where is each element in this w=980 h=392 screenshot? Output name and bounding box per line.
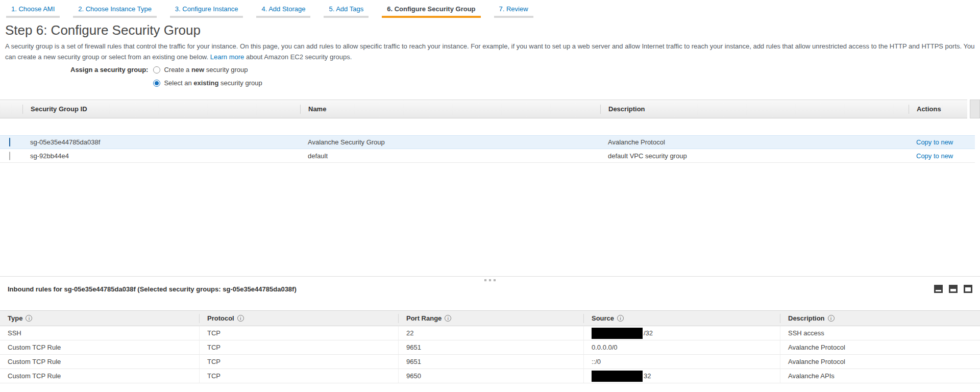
- description-suffix: about Amazon EC2 security groups.: [246, 53, 352, 61]
- rule-description: Avalanche Protocol: [780, 355, 980, 369]
- pane-layout-controls: [934, 285, 972, 293]
- drag-handle-icon[interactable]: [484, 279, 496, 281]
- info-icon[interactable]: [445, 315, 451, 322]
- column-header-source-label: Source: [592, 314, 614, 322]
- security-group-name: Avalanche Security Group: [300, 138, 600, 146]
- inbound-rules-table: Type Protocol Port Range Source Descript…: [0, 310, 980, 383]
- scrollbar-stub[interactable]: [970, 100, 980, 118]
- pane-layout-half-icon[interactable]: [949, 285, 958, 293]
- rule-type: SSH: [0, 326, 199, 340]
- rule-type: Custom TCP Rule: [0, 340, 199, 354]
- column-header-name: Name: [300, 105, 600, 114]
- pane-layout-large-icon[interactable]: [964, 285, 972, 293]
- rule-description: SSH access: [780, 326, 980, 340]
- rule-source-suffix: /32: [644, 329, 653, 337]
- inbound-rules-table-header: Type Protocol Port Range Source Descript…: [0, 310, 980, 326]
- page-description: A security group is a set of firewall ru…: [5, 41, 977, 62]
- checkbox-unchecked-icon[interactable]: [9, 152, 10, 160]
- radio-label-prefix: Select an: [164, 79, 191, 88]
- rule-source: ::/0: [583, 355, 780, 369]
- column-header-type: Type: [0, 314, 199, 323]
- rule-description: Avalanche Protocol: [780, 340, 980, 354]
- rule-source: /32: [583, 326, 780, 340]
- info-icon[interactable]: [237, 315, 244, 322]
- column-header-actions: Actions: [909, 105, 967, 114]
- assign-options: Create a new security group Select an ex…: [153, 65, 262, 92]
- security-group-row-default[interactable]: sg-92bb44e4 default default VPC security…: [0, 149, 975, 163]
- checkbox-column-header: [0, 105, 22, 114]
- pane-layout-small-icon[interactable]: [934, 285, 943, 293]
- info-icon[interactable]: [828, 315, 835, 322]
- learn-more-link[interactable]: Learn more: [210, 53, 244, 61]
- page-title: Step 6: Configure Security Group: [5, 22, 201, 38]
- rule-port-range: 9650: [398, 369, 583, 383]
- radio-create-new-group[interactable]: Create a new security group: [153, 65, 262, 75]
- tab-choose-instance-type[interactable]: 2. Choose Instance Type: [73, 4, 157, 18]
- radio-label-bold: existing: [193, 79, 218, 88]
- column-header-description: Description: [600, 105, 909, 114]
- column-header-description: Description: [780, 314, 980, 323]
- redacted-ip-block: [592, 371, 643, 382]
- column-header-source: Source: [583, 314, 780, 323]
- copy-to-new-link[interactable]: Copy to new: [916, 152, 953, 160]
- rule-source: 32: [583, 369, 780, 383]
- column-header-port-range-label: Port Range: [406, 314, 442, 322]
- assign-security-group-section: Assign a security group: Create a new se…: [70, 65, 262, 92]
- tab-configure-security-group[interactable]: 6. Configure Security Group: [382, 4, 480, 18]
- security-group-id: sg-05e35e44785da038f: [22, 138, 300, 146]
- radio-select-existing-group[interactable]: Select an existing security group: [153, 79, 262, 88]
- inbound-rule-row: Custom TCP Rule TCP 9651 ::/0 Avalanche …: [0, 355, 980, 369]
- radio-label-bold: new: [191, 65, 204, 75]
- column-header-security-group-id: Security Group ID: [22, 105, 300, 114]
- tab-add-tags[interactable]: 5. Add Tags: [324, 4, 369, 18]
- tab-choose-ami[interactable]: 1. Choose AMI: [6, 4, 60, 18]
- column-header-port-range: Port Range: [398, 314, 583, 323]
- rule-type: Custom TCP Rule: [0, 369, 199, 383]
- security-group-description: default VPC security group: [600, 152, 909, 160]
- radio-selected-icon[interactable]: [153, 80, 160, 87]
- rule-source-suffix: 32: [644, 372, 651, 380]
- security-group-id: sg-92bb44e4: [22, 152, 300, 160]
- column-header-description-label: Description: [788, 314, 825, 322]
- radio-label-suffix: security group: [206, 65, 248, 75]
- rule-protocol: TCP: [199, 355, 398, 369]
- inbound-rule-row: Custom TCP Rule TCP 9650 32 Avalanche AP…: [0, 369, 980, 383]
- description-text: A security group is a set of firewall ru…: [5, 42, 974, 61]
- tab-configure-instance[interactable]: 3. Configure Instance: [170, 4, 243, 18]
- security-group-description: Avalanche Protocol: [600, 138, 909, 146]
- inbound-rule-row: SSH TCP 22 /32 SSH access: [0, 326, 980, 340]
- rule-port-range: 9651: [398, 355, 583, 369]
- radio-label-suffix: security group: [220, 79, 262, 88]
- redacted-ip-block: [592, 328, 643, 339]
- security-group-row-avalanche[interactable]: sg-05e35e44785da038f Avalanche Security …: [0, 135, 975, 149]
- checkbox-checked-icon[interactable]: [9, 138, 10, 146]
- radio-label-prefix: Create a: [164, 65, 189, 75]
- rule-description: Avalanche APIs: [780, 369, 980, 383]
- inbound-rules-titlebar: Inbound rules for sg-05e35e44785da038f (…: [8, 283, 972, 295]
- rule-protocol: TCP: [199, 340, 398, 354]
- info-icon[interactable]: [617, 315, 624, 322]
- security-groups-table: Security Group ID Name Description Actio…: [0, 100, 980, 163]
- inbound-rules-title: Inbound rules for sg-05e35e44785da038f (…: [8, 285, 297, 293]
- radio-unselected-icon[interactable]: [153, 66, 160, 74]
- tab-review[interactable]: 7. Review: [494, 4, 533, 18]
- tab-add-storage[interactable]: 4. Add Storage: [256, 4, 310, 18]
- copy-to-new-link[interactable]: Copy to new: [916, 138, 953, 146]
- rule-protocol: TCP: [199, 326, 398, 340]
- security-groups-table-header: Security Group ID Name Description Actio…: [0, 100, 980, 118]
- panel-splitter[interactable]: [0, 276, 980, 281]
- rule-type: Custom TCP Rule: [0, 355, 199, 369]
- wizard-steps-nav: 1. Choose AMI 2. Choose Instance Type 3.…: [6, 4, 533, 18]
- rule-port-range: 9651: [398, 340, 583, 354]
- column-header-type-label: Type: [8, 314, 22, 322]
- assign-security-group-label: Assign a security group:: [70, 65, 148, 75]
- info-icon[interactable]: [26, 315, 32, 322]
- rule-source: 0.0.0.0/0: [583, 340, 780, 354]
- rule-protocol: TCP: [199, 369, 398, 383]
- inbound-rule-row: Custom TCP Rule TCP 9651 0.0.0.0/0 Avala…: [0, 340, 980, 355]
- security-group-name: default: [300, 152, 600, 160]
- rule-port-range: 22: [398, 326, 583, 340]
- column-header-protocol: Protocol: [199, 314, 398, 323]
- column-header-protocol-label: Protocol: [207, 314, 234, 322]
